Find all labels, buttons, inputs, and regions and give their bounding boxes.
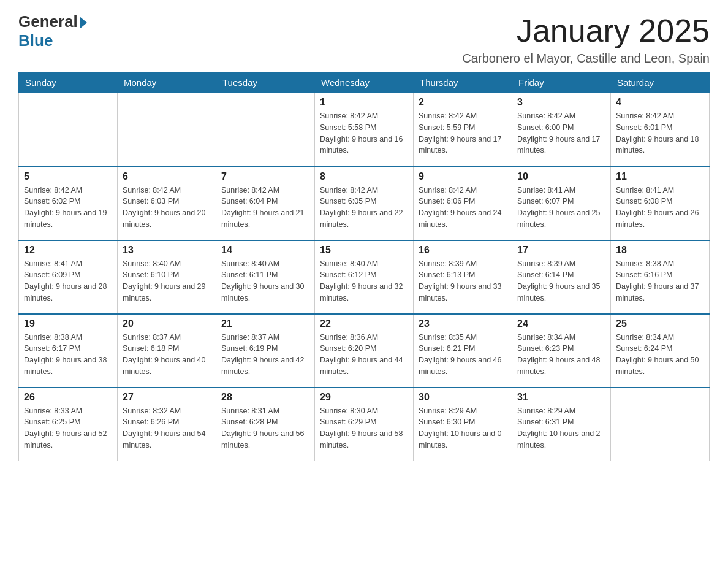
calendar-header-wednesday: Wednesday	[315, 72, 414, 93]
calendar-cell: 24Sunrise: 8:34 AMSunset: 6:23 PMDayligh…	[512, 314, 611, 388]
calendar-cell: 6Sunrise: 8:42 AMSunset: 6:03 PMDaylight…	[118, 167, 216, 240]
day-number: 3	[517, 97, 605, 108]
day-number: 7	[221, 171, 309, 182]
day-number: 6	[123, 171, 211, 182]
calendar-cell: 18Sunrise: 8:38 AMSunset: 6:16 PMDayligh…	[611, 240, 710, 314]
calendar-cell	[216, 93, 315, 167]
day-number: 9	[419, 171, 507, 182]
calendar-cell: 8Sunrise: 8:42 AMSunset: 6:05 PMDaylight…	[315, 167, 414, 240]
calendar-cell	[118, 93, 216, 167]
calendar-cell: 17Sunrise: 8:39 AMSunset: 6:14 PMDayligh…	[512, 240, 611, 314]
day-info: Sunrise: 8:42 AMSunset: 6:04 PMDaylight:…	[221, 185, 309, 231]
logo-arrow-icon	[80, 17, 87, 29]
calendar-week-row: 1Sunrise: 8:42 AMSunset: 5:58 PMDaylight…	[19, 93, 710, 167]
day-number: 15	[320, 245, 408, 256]
day-number: 14	[221, 245, 309, 256]
day-number: 27	[123, 392, 211, 403]
calendar-cell: 9Sunrise: 8:42 AMSunset: 6:06 PMDaylight…	[414, 167, 512, 240]
calendar-header-friday: Friday	[512, 72, 611, 93]
day-info: Sunrise: 8:42 AMSunset: 6:02 PMDaylight:…	[24, 185, 112, 231]
day-info: Sunrise: 8:41 AMSunset: 6:07 PMDaylight:…	[517, 185, 605, 231]
calendar-cell: 23Sunrise: 8:35 AMSunset: 6:21 PMDayligh…	[414, 314, 512, 388]
day-number: 29	[320, 392, 408, 403]
calendar-cell: 22Sunrise: 8:36 AMSunset: 6:20 PMDayligh…	[315, 314, 414, 388]
day-number: 28	[221, 392, 309, 403]
calendar-cell: 12Sunrise: 8:41 AMSunset: 6:09 PMDayligh…	[19, 240, 118, 314]
day-number: 21	[221, 318, 309, 329]
day-info: Sunrise: 8:42 AMSunset: 6:01 PMDaylight:…	[616, 110, 704, 156]
location-subtitle: Carbonero el Mayor, Castille and Leon, S…	[462, 52, 710, 66]
calendar-cell: 3Sunrise: 8:42 AMSunset: 6:00 PMDaylight…	[512, 93, 611, 167]
logo: General Blue	[18, 12, 87, 50]
day-number: 31	[517, 392, 605, 403]
day-info: Sunrise: 8:31 AMSunset: 6:28 PMDaylight:…	[221, 405, 309, 451]
calendar-header-thursday: Thursday	[414, 72, 512, 93]
day-info: Sunrise: 8:41 AMSunset: 6:09 PMDaylight:…	[24, 258, 112, 304]
day-info: Sunrise: 8:41 AMSunset: 6:08 PMDaylight:…	[616, 185, 704, 231]
day-info: Sunrise: 8:40 AMSunset: 6:11 PMDaylight:…	[221, 258, 309, 304]
calendar-cell: 21Sunrise: 8:37 AMSunset: 6:19 PMDayligh…	[216, 314, 315, 388]
day-info: Sunrise: 8:40 AMSunset: 6:10 PMDaylight:…	[123, 258, 211, 304]
calendar-header-saturday: Saturday	[611, 72, 710, 93]
day-info: Sunrise: 8:42 AMSunset: 6:00 PMDaylight:…	[517, 110, 605, 156]
day-number: 30	[419, 392, 507, 403]
calendar-cell: 15Sunrise: 8:40 AMSunset: 6:12 PMDayligh…	[315, 240, 414, 314]
title-section: January 2025 Carbonero el Mayor, Castill…	[462, 12, 710, 66]
day-number: 24	[517, 318, 605, 329]
calendar-cell: 28Sunrise: 8:31 AMSunset: 6:28 PMDayligh…	[216, 388, 315, 461]
day-info: Sunrise: 8:37 AMSunset: 6:18 PMDaylight:…	[123, 332, 211, 378]
day-info: Sunrise: 8:39 AMSunset: 6:13 PMDaylight:…	[419, 258, 507, 304]
calendar-cell: 5Sunrise: 8:42 AMSunset: 6:02 PMDaylight…	[19, 167, 118, 240]
day-number: 13	[123, 245, 211, 256]
calendar-cell: 29Sunrise: 8:30 AMSunset: 6:29 PMDayligh…	[315, 388, 414, 461]
calendar-cell: 16Sunrise: 8:39 AMSunset: 6:13 PMDayligh…	[414, 240, 512, 314]
calendar-week-row: 12Sunrise: 8:41 AMSunset: 6:09 PMDayligh…	[19, 240, 710, 314]
calendar-cell: 26Sunrise: 8:33 AMSunset: 6:25 PMDayligh…	[19, 388, 118, 461]
calendar-cell: 20Sunrise: 8:37 AMSunset: 6:18 PMDayligh…	[118, 314, 216, 388]
calendar-cell: 19Sunrise: 8:38 AMSunset: 6:17 PMDayligh…	[19, 314, 118, 388]
day-number: 25	[616, 318, 704, 329]
day-info: Sunrise: 8:38 AMSunset: 6:17 PMDaylight:…	[24, 332, 112, 378]
day-number: 17	[517, 245, 605, 256]
calendar-cell: 10Sunrise: 8:41 AMSunset: 6:07 PMDayligh…	[512, 167, 611, 240]
day-number: 1	[320, 97, 408, 108]
day-number: 22	[320, 318, 408, 329]
calendar-cell	[19, 93, 118, 167]
day-info: Sunrise: 8:36 AMSunset: 6:20 PMDaylight:…	[320, 332, 408, 378]
calendar-week-row: 26Sunrise: 8:33 AMSunset: 6:25 PMDayligh…	[19, 388, 710, 461]
calendar-cell: 31Sunrise: 8:29 AMSunset: 6:31 PMDayligh…	[512, 388, 611, 461]
day-info: Sunrise: 8:29 AMSunset: 6:30 PMDaylight:…	[419, 405, 507, 451]
day-number: 12	[24, 245, 112, 256]
day-number: 26	[24, 392, 112, 403]
day-number: 2	[419, 97, 507, 108]
calendar-cell: 25Sunrise: 8:34 AMSunset: 6:24 PMDayligh…	[611, 314, 710, 388]
calendar-cell: 2Sunrise: 8:42 AMSunset: 5:59 PMDaylight…	[414, 93, 512, 167]
day-info: Sunrise: 8:42 AMSunset: 5:59 PMDaylight:…	[419, 110, 507, 156]
day-info: Sunrise: 8:34 AMSunset: 6:23 PMDaylight:…	[517, 332, 605, 378]
page-header: General Blue January 2025 Carbonero el M…	[18, 12, 710, 66]
day-info: Sunrise: 8:32 AMSunset: 6:26 PMDaylight:…	[123, 405, 211, 451]
calendar-week-row: 5Sunrise: 8:42 AMSunset: 6:02 PMDaylight…	[19, 167, 710, 240]
day-number: 16	[419, 245, 507, 256]
calendar-header-sunday: Sunday	[19, 72, 118, 93]
day-info: Sunrise: 8:37 AMSunset: 6:19 PMDaylight:…	[221, 332, 309, 378]
calendar-cell	[611, 388, 710, 461]
day-info: Sunrise: 8:34 AMSunset: 6:24 PMDaylight:…	[616, 332, 704, 378]
day-number: 20	[123, 318, 211, 329]
day-info: Sunrise: 8:42 AMSunset: 6:03 PMDaylight:…	[123, 185, 211, 231]
logo-general-text: General	[18, 12, 78, 31]
day-number: 11	[616, 171, 704, 182]
day-info: Sunrise: 8:39 AMSunset: 6:14 PMDaylight:…	[517, 258, 605, 304]
day-number: 8	[320, 171, 408, 182]
calendar-cell: 14Sunrise: 8:40 AMSunset: 6:11 PMDayligh…	[216, 240, 315, 314]
day-info: Sunrise: 8:42 AMSunset: 6:05 PMDaylight:…	[320, 185, 408, 231]
calendar-cell: 1Sunrise: 8:42 AMSunset: 5:58 PMDaylight…	[315, 93, 414, 167]
day-info: Sunrise: 8:30 AMSunset: 6:29 PMDaylight:…	[320, 405, 408, 451]
day-info: Sunrise: 8:42 AMSunset: 5:58 PMDaylight:…	[320, 110, 408, 156]
calendar-cell: 30Sunrise: 8:29 AMSunset: 6:30 PMDayligh…	[414, 388, 512, 461]
day-number: 23	[419, 318, 507, 329]
month-title: January 2025	[462, 12, 710, 49]
day-number: 10	[517, 171, 605, 182]
calendar-cell: 7Sunrise: 8:42 AMSunset: 6:04 PMDaylight…	[216, 167, 315, 240]
day-number: 4	[616, 97, 704, 108]
